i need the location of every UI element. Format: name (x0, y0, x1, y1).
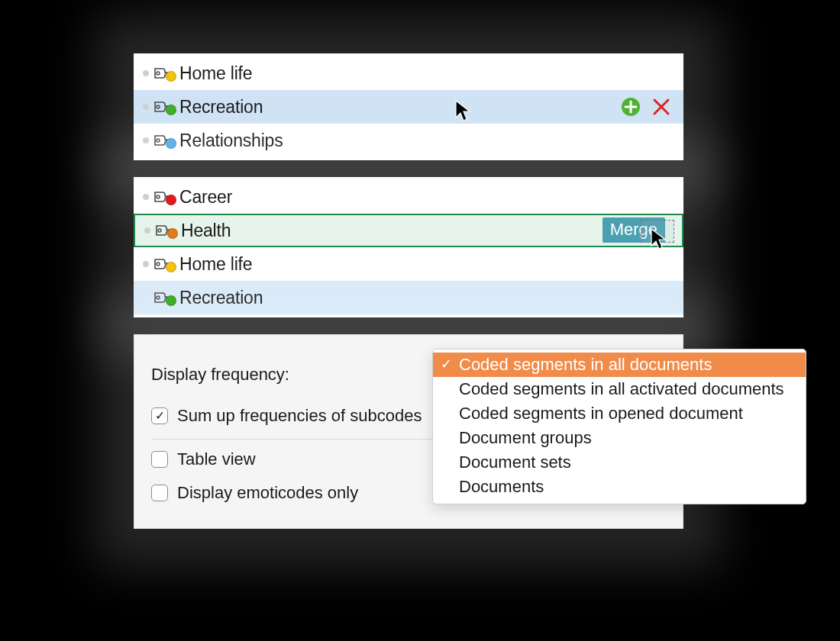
bullet-icon (143, 137, 149, 143)
frequency-dropdown-menu: Coded segments in all documents Coded se… (432, 349, 806, 504)
code-row-dragging[interactable]: Recreation (134, 281, 683, 314)
svg-point-0 (157, 72, 160, 75)
bullet-icon (143, 194, 149, 200)
checkbox-label: Display emoticodes only (177, 483, 358, 503)
checkbox-icon[interactable] (151, 407, 168, 424)
merge-tooltip: Merge (603, 217, 665, 243)
dropdown-item[interactable]: Coded segments in all documents (433, 353, 806, 377)
dropdown-item[interactable]: Documents (433, 475, 806, 499)
bullet-icon (143, 104, 149, 110)
code-label: Recreation (179, 97, 621, 118)
code-label: Recreation (179, 288, 676, 308)
dropdown-item[interactable]: Coded segments in all activated document… (433, 377, 806, 401)
svg-point-5 (158, 229, 161, 232)
code-list-merge-panel: Career Health Merge Home life (134, 177, 683, 317)
dropdown-item[interactable]: Document groups (433, 426, 806, 450)
code-color-dot (166, 138, 176, 149)
code-row[interactable]: Home life (134, 247, 683, 281)
code-color-dot (166, 71, 176, 82)
code-row[interactable]: Relationships (134, 124, 683, 157)
code-color-dot (166, 195, 176, 205)
svg-point-1 (157, 105, 160, 108)
svg-point-3 (157, 139, 160, 142)
code-label: Health (181, 221, 674, 241)
dropdown-item[interactable]: Coded segments in opened document (433, 401, 806, 426)
code-row[interactable]: Home life (134, 56, 683, 90)
bullet-icon (143, 70, 149, 76)
display-frequency-label: Display frequency: (151, 365, 289, 385)
delete-code-button[interactable] (651, 97, 671, 117)
code-row[interactable]: Recreation (134, 90, 683, 124)
add-subcode-button[interactable] (621, 97, 641, 117)
code-label: Home life (179, 254, 676, 275)
code-color-dot (166, 295, 176, 306)
code-label: Relationships (179, 130, 676, 151)
display-options-panel: Display frequency: Sum up frequencies of… (134, 334, 683, 529)
code-row-drop-target[interactable]: Health Merge (134, 214, 683, 247)
svg-point-4 (157, 195, 160, 198)
dropdown-item[interactable]: Document sets (433, 450, 806, 475)
code-row[interactable]: Career (134, 180, 683, 214)
bullet-icon (144, 227, 150, 234)
code-label: Home life (179, 63, 676, 84)
code-list-hover-panel: Home life Recreation (134, 53, 683, 160)
checkbox-label: Table view (177, 449, 256, 469)
svg-point-7 (157, 296, 160, 299)
code-color-dot (166, 262, 176, 272)
code-color-dot (166, 105, 176, 115)
checkbox-label: Sum up frequencies of subcodes (177, 406, 422, 426)
code-color-dot (167, 228, 178, 239)
checkbox-icon[interactable] (151, 485, 168, 501)
code-label: Career (179, 187, 676, 208)
svg-point-6 (157, 263, 160, 266)
bullet-icon (143, 261, 149, 267)
checkbox-icon[interactable] (151, 451, 168, 468)
